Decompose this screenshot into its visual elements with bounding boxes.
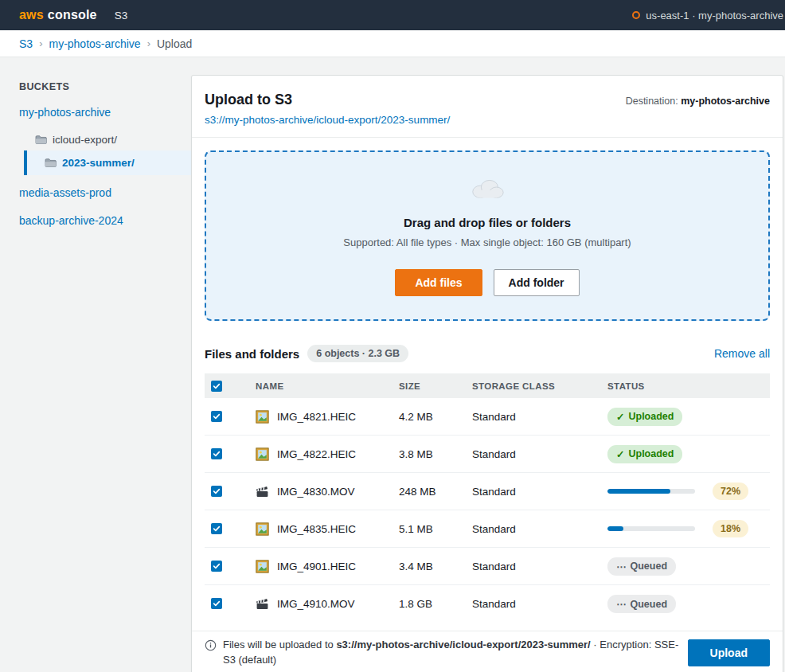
file-name: IMG_4821.HEIC [277,411,356,423]
aws-logo-text: aws [19,8,44,21]
region-status-icon [632,11,640,19]
sidebar-item-2023-summer[interactable]: 2023-summer/ [24,150,191,175]
row-checkbox-cell [205,486,256,498]
column-header-name: NAME [256,381,399,391]
sidebar-heading: BUCKETS [0,81,191,92]
row-checkbox-cell [205,561,256,572]
table-row: IMG_4910.MOV 1.8 GB Standard ⋯ Queued [205,585,770,623]
breadcrumb-current: Upload [157,37,192,50]
panel-footer: Files will be uploaded to s3://my-photos… [192,631,783,672]
file-size: 1.8 GB [399,598,472,610]
check-icon: ✓ [616,448,624,460]
ellipsis-icon: ⋯ [616,561,627,572]
row-checkbox[interactable] [211,448,222,459]
row-checkbox-cell [205,411,256,423]
top-navigation-bar: awsconsole S3 us-east-1 · my-photos-arch… [0,0,785,30]
files-section-title: Files and folders [205,347,299,361]
image-file-icon [256,560,269,573]
column-header-status: STATUS [607,381,770,391]
check-icon: ✓ [616,411,624,423]
add-folder-button[interactable]: Add folder [494,269,580,296]
upload-progress-fill [607,489,670,494]
row-checkbox[interactable] [211,486,222,497]
progress-percent-badge: 72% [713,483,748,500]
file-name-cell: IMG_4901.HEIC [256,560,399,573]
cloud-icon [469,176,506,200]
status-cell: 18% [607,520,770,537]
table-row: IMG_4821.HEIC 4.2 MB Standard ✓ Uploaded [205,398,770,436]
upload-progress-bar [607,526,695,531]
sidebar-item-icloud-export[interactable]: icloud-export/ [0,134,191,146]
info-icon [205,639,217,651]
table-row: IMG_4901.HEIC 3.4 MB Standard ⋯ Queued [205,548,770,585]
aws-console-logo[interactable]: awsconsole [19,8,97,22]
buckets-sidebar: BUCKETS my-photos-archive icloud-export/… [0,57,191,242]
page-title: Upload to S3 [205,92,450,108]
table-row: IMG_4822.HEIC 3.8 MB Standard ✓ Uploaded [205,436,770,473]
upload-button[interactable]: Upload [688,639,770,666]
upload-progress-fill [607,526,623,531]
image-file-icon [256,447,269,461]
queued-status-badge: ⋯ Queued [607,595,676,613]
column-header-size: SIZE [399,381,472,391]
upload-progress-bar [607,489,695,494]
destination-info: Destination: my-photos-archive [626,92,770,107]
storage-class: Standard [472,561,607,572]
storage-class: Standard [472,523,607,535]
file-size: 248 MB [399,486,472,498]
upload-panel: Upload to S3 s3://my-photos-archive/iclo… [191,75,783,672]
folder-icon [35,135,47,145]
storage-class: Standard [472,598,607,610]
storage-class: Standard [472,448,607,460]
table-row: IMG_4835.HEIC 5.1 MB Standard 18% [205,510,770,548]
select-all-checkbox[interactable] [211,381,222,392]
status-cell: 72% [607,483,770,500]
add-files-button[interactable]: Add files [395,269,482,296]
service-name: S3 [115,10,128,21]
row-checkbox-cell [205,448,256,460]
file-name-cell: IMG_4822.HEIC [256,447,399,461]
file-size: 3.8 MB [399,448,472,460]
status-cell: ⋯ Queued [607,595,770,613]
row-checkbox-cell [205,523,256,535]
file-name-cell: IMG_4910.MOV [256,597,399,611]
row-checkbox[interactable] [211,598,222,609]
progress-percent-badge: 18% [713,520,748,537]
column-header-storage-class: STORAGE CLASS [472,381,607,391]
breadcrumb-bucket[interactable]: my-photos-archive [49,37,140,50]
breadcrumb-s3[interactable]: S3 [19,37,33,50]
storage-class: Standard [472,411,607,423]
file-name-cell: IMG_4821.HEIC [256,410,399,424]
uploaded-status-badge: ✓ Uploaded [607,408,682,426]
dropzone-title: Drag and drop files or folders [404,216,571,229]
row-checkbox[interactable] [211,523,222,534]
breadcrumb-separator-icon: › [39,37,42,49]
sidebar-item-media-assets-prod[interactable]: media-assets-prod [0,186,191,199]
drag-drop-zone[interactable]: Drag and drop files or folders Supported… [205,150,770,321]
file-name-cell: IMG_4835.HEIC [256,522,399,536]
file-name: IMG_4830.MOV [277,486,355,498]
video-file-icon [256,597,269,611]
breadcrumb: S3 › my-photos-archive › Upload [0,30,785,57]
upload-table-body: IMG_4821.HEIC 4.2 MB Standard ✓ Uploaded [205,398,770,623]
file-name-cell: IMG_4830.MOV [256,485,399,498]
destination-path-link[interactable]: s3://my-photos-archive/icloud-export/202… [205,114,450,126]
row-checkbox[interactable] [211,411,222,422]
file-size: 3.4 MB [399,561,472,572]
row-checkbox-cell [205,598,256,610]
file-name: IMG_4901.HEIC [277,561,356,572]
video-file-icon [256,485,269,498]
region-selector[interactable]: us-east-1 · my-photos-archive [632,10,785,21]
status-cell: ✓ Uploaded [607,408,770,426]
row-checkbox[interactable] [211,561,222,572]
remove-all-link[interactable]: Remove all [714,347,770,360]
region-label: us-east-1 · my-photos-archive [646,10,783,21]
upload-table: NAME SIZE STORAGE CLASS STATUS IMG_4821.… [205,373,770,623]
object-count-badge: 6 objects · 2.3 GB [307,345,408,362]
sidebar-item-backup-archive-2024[interactable]: backup-archive-2024 [0,214,191,227]
storage-class: Standard [472,486,607,498]
folder-icon [45,158,57,168]
table-header-row: NAME SIZE STORAGE CLASS STATUS [205,373,770,398]
sidebar-item-my-photos-archive[interactable]: my-photos-archive [0,106,191,119]
image-file-icon [256,410,269,424]
